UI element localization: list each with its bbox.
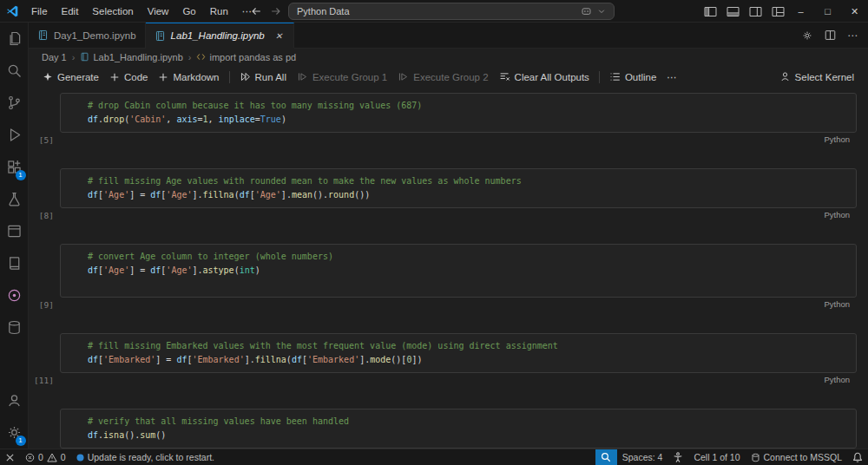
code-line[interactable]: df['Embarked'] = df['Embarked'].fillna(d… <box>88 353 849 367</box>
breadcrumb-file[interactable]: Lab1_Handling.ipynb <box>80 52 182 62</box>
command-center[interactable]: Python Data <box>288 3 615 20</box>
menu-selection[interactable]: Selection <box>85 0 140 23</box>
clear-all-outputs-button[interactable]: Clear All Outputs <box>494 69 595 85</box>
jupyter-icon[interactable] <box>0 279 29 311</box>
menu-file[interactable]: File <box>24 0 55 23</box>
code-token: df <box>150 265 161 275</box>
code-line[interactable]: df['Age'] = df['Age'].astype(int) <box>88 264 849 278</box>
code-line[interactable]: # fill missing Age values with rounded m… <box>88 174 849 188</box>
notebook-settings-gear-icon[interactable] <box>801 29 813 42</box>
code-line[interactable]: # verify that all missing values have be… <box>88 415 849 429</box>
execute-group-2-button[interactable]: Execute Group 2 <box>392 69 493 85</box>
code-line[interactable]: # fill missing Embarked values with the … <box>88 339 849 353</box>
explorer-icon[interactable] <box>0 23 29 55</box>
extensions-badge: 1 <box>16 170 26 180</box>
code-token: ) <box>255 265 260 275</box>
extensions-icon[interactable]: 1 <box>0 151 29 183</box>
back-arrow-icon[interactable] <box>250 5 262 17</box>
code-token: # drop Cabin column because it has too m… <box>88 101 422 110</box>
add-code-cell-button[interactable]: Code <box>104 69 154 85</box>
close-button[interactable]: ✕ <box>841 0 868 23</box>
database-icon[interactable] <box>0 311 29 344</box>
activity-bar: 1 1 <box>0 23 29 449</box>
notebook-cell[interactable]: [8] # fill missing Age values with round… <box>29 168 868 221</box>
tab-lab1-handling[interactable]: Lab1_Handling.ipynb ✕ <box>146 23 294 49</box>
outline-button[interactable]: Outline <box>604 69 661 85</box>
run-and-debug-icon[interactable] <box>0 119 29 151</box>
search-icon[interactable] <box>0 55 29 87</box>
testing-icon[interactable] <box>0 183 29 215</box>
notifications-bell-icon[interactable] <box>847 449 868 465</box>
cell-language-picker[interactable]: Python <box>824 375 850 384</box>
menu-run[interactable]: Run <box>203 0 235 23</box>
cell-language-picker[interactable]: Python <box>824 134 850 144</box>
code-line[interactable] <box>88 278 849 291</box>
maximize-button[interactable]: □ <box>814 0 841 23</box>
toggle-secondary-sidebar-icon[interactable] <box>749 6 762 17</box>
cell-editor[interactable]: # verify that all missing values have be… <box>60 409 857 449</box>
notebook-cell[interactable]: [11] # fill missing Embarked values with… <box>29 333 868 386</box>
notebook-cell[interactable]: [5] # drop Cabin column because it has t… <box>29 93 868 146</box>
source-control-icon[interactable] <box>0 87 29 119</box>
breadcrumb-symbol[interactable]: import pandas as pd <box>196 52 296 62</box>
code-line[interactable]: df.isna().sum() <box>88 429 849 442</box>
connect-mssql-button[interactable]: Connect to MSSQL <box>746 449 847 465</box>
cell-editor[interactable]: # convert Age column to integer (whole n… <box>60 244 857 298</box>
account-icon[interactable] <box>0 384 29 416</box>
notebook-file-icon <box>37 29 49 41</box>
select-kernel-button[interactable]: Select Kernel <box>776 69 858 85</box>
zoom-indicator[interactable] <box>595 449 617 465</box>
breadcrumb: Day 1 › Lab1_Handling.ipynb › import pan… <box>29 49 868 65</box>
menu-go[interactable]: Go <box>175 0 202 23</box>
problems-indicator[interactable]: 0 0 <box>20 449 71 465</box>
cell-language-picker[interactable]: Python <box>824 210 850 219</box>
cell-editor[interactable]: # drop Cabin column because it has too m… <box>60 93 857 133</box>
breadcrumb-folder[interactable]: Day 1 <box>42 52 67 62</box>
cell-editor[interactable]: # fill missing Embarked values with the … <box>60 333 857 373</box>
run-all-icon <box>240 71 251 82</box>
code-token: # fill missing Embarked values with the … <box>88 341 558 350</box>
minimize-button[interactable]: – <box>787 0 814 23</box>
error-icon <box>25 453 35 462</box>
split-editor-icon[interactable] <box>825 29 836 41</box>
forward-arrow-icon[interactable] <box>270 5 282 17</box>
cell-gutter <box>29 409 60 449</box>
settings-gear-icon[interactable]: 1 <box>0 416 29 449</box>
toggle-sidebar-icon[interactable] <box>704 6 717 17</box>
chevron-down-icon[interactable] <box>597 7 606 16</box>
code-line[interactable]: df.drop('Cabin', axis=1, inplace=True) <box>88 113 849 127</box>
cell-position-indicator[interactable]: Cell 1 of 10 <box>688 449 745 465</box>
tab-close-icon[interactable]: ✕ <box>273 31 285 41</box>
cell-language-picker[interactable]: Python <box>824 299 850 309</box>
command-center-action-icon[interactable] <box>581 6 592 17</box>
accessibility-icon[interactable] <box>667 449 688 465</box>
book-icon[interactable] <box>0 247 29 279</box>
menu-view[interactable]: View <box>141 0 176 23</box>
indentation-indicator[interactable]: Spaces: 4 <box>617 449 668 465</box>
toolbar-more-icon[interactable]: ⋯ <box>661 69 682 86</box>
notebook-cell[interactable]: # verify that all missing values have be… <box>29 409 868 449</box>
run-all-button[interactable]: Run All <box>234 69 292 85</box>
code-line[interactable]: # convert Age column to integer (whole n… <box>88 250 849 264</box>
update-ready-message[interactable]: Update is ready, click to restart. <box>71 449 220 465</box>
cell-editor[interactable]: # fill missing Age values with rounded m… <box>60 168 857 208</box>
code-token: 'Embarked' <box>192 355 244 364</box>
code-token: 'Age' <box>166 265 192 275</box>
menu-edit[interactable]: Edit <box>55 0 86 23</box>
editor-more-actions-icon[interactable]: ⋯ <box>847 29 858 42</box>
notebook-cell[interactable]: [9] # convert Age column to integer (who… <box>29 244 868 311</box>
code-token: mean <box>292 190 312 200</box>
code-line[interactable]: df['Age'] = df['Age'].fillna(df['Age'].m… <box>88 188 849 202</box>
add-markdown-cell-button[interactable]: Markdown <box>153 69 224 85</box>
code-line[interactable]: # drop Cabin column because it has too m… <box>88 99 849 113</box>
remote-indicator[interactable] <box>0 449 20 465</box>
customize-layout-icon[interactable] <box>772 6 785 17</box>
code-token: df <box>88 115 98 124</box>
code-token: df <box>150 190 161 200</box>
tab-day1-demo[interactable]: Day1_Demo.ipynb <box>29 23 146 49</box>
execute-group-1-button[interactable]: Execute Group 1 <box>292 69 392 85</box>
generate-button[interactable]: Generate <box>37 69 104 85</box>
toggle-panel-icon[interactable] <box>727 6 740 17</box>
outline-icon <box>609 71 621 82</box>
remote-explorer-icon[interactable] <box>0 215 29 247</box>
